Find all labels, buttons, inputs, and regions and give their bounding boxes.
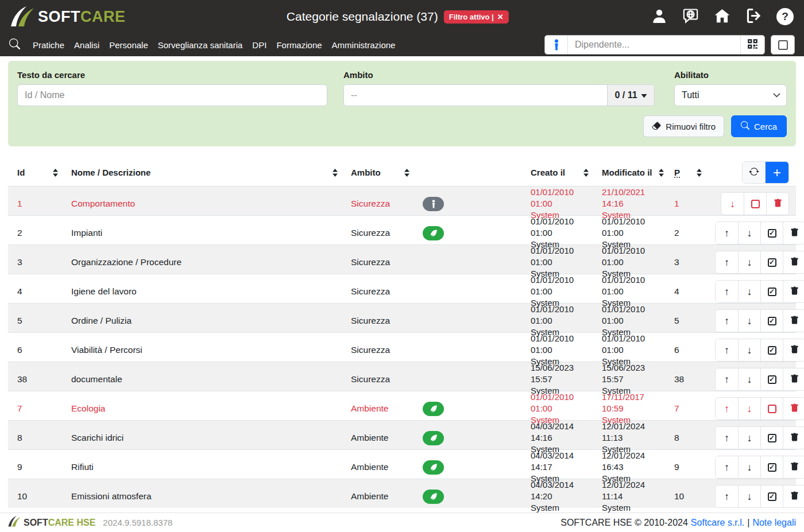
delete-button[interactable] — [783, 456, 804, 478]
add-category-button[interactable]: + — [766, 162, 788, 183]
help-button[interactable]: ? — [776, 8, 794, 25]
sort-id-button[interactable] — [52, 168, 59, 177]
abilitato-select[interactable]: Tutti — [674, 84, 787, 106]
row-ambito: Sicurezza — [342, 316, 413, 326]
remove-filter-button[interactable]: Rimuovi filtro — [643, 115, 724, 137]
row-name: Impianti — [62, 228, 342, 238]
sort-modified-button[interactable] — [658, 168, 664, 177]
environment-leaf-badge — [423, 402, 444, 416]
move-down-button[interactable]: ↓ — [738, 486, 760, 507]
arrow-down-icon: ↓ — [747, 257, 752, 267]
row-ambito: Ambiente — [342, 433, 413, 443]
caret-down-icon — [641, 90, 647, 100]
toggle-enabled-button[interactable]: ✓ — [760, 486, 783, 507]
sort-name-button[interactable] — [332, 168, 338, 177]
move-down-button[interactable]: ↓ — [738, 398, 760, 420]
logout-button[interactable] — [745, 7, 763, 26]
text-search-input[interactable] — [17, 84, 327, 106]
ambito-label: Ambito — [343, 70, 655, 80]
legal-link[interactable]: Note legali — [752, 518, 796, 528]
ambito-input[interactable] — [344, 85, 607, 106]
toggle-enabled-button[interactable]: ✓ — [760, 222, 783, 244]
delete-button[interactable] — [783, 281, 804, 302]
toggle-enabled-button[interactable]: ✓ — [760, 368, 783, 390]
user-button[interactable] — [651, 7, 668, 26]
ambito-count-dropdown-button[interactable]: 0 / 11 — [607, 85, 654, 106]
nav-item-formazione[interactable]: Formazione — [272, 40, 326, 50]
delete-button[interactable] — [783, 486, 804, 507]
move-down-button[interactable]: ↓ — [738, 339, 760, 361]
global-search-button[interactable] — [9, 38, 20, 51]
header-p: P — [665, 159, 706, 186]
move-up-button[interactable]: ↑ — [716, 222, 738, 244]
toggle-enabled-button[interactable]: ✓ — [760, 310, 783, 332]
nav-item-amministrazione[interactable]: Amministrazione — [327, 40, 400, 50]
table-row: 38documentaleSicurezza15/06/2023 15:57Sy… — [8, 362, 796, 391]
environment-leaf-badge — [423, 226, 444, 240]
move-up-button[interactable]: ↑ — [716, 251, 738, 273]
nav-item-dpi[interactable]: DPI — [248, 40, 271, 50]
company-link[interactable]: Softcare s.r.l. — [691, 518, 744, 528]
nav-item-sorveglianza-sanitaria[interactable]: Sorveglianza sanitaria — [153, 40, 248, 50]
row-name: Viabilità / Percorsi — [62, 345, 342, 355]
toggle-enabled-button[interactable]: ✓ — [760, 281, 783, 302]
move-down-button[interactable]: ↓ — [738, 456, 760, 478]
move-up-button[interactable]: ↑ — [716, 398, 738, 420]
safety-person-badge — [423, 197, 444, 211]
footer: SOFTCARE HSE 2024.9.5918.8378 SOFTCARE H… — [0, 512, 804, 532]
sort-ambito-button[interactable] — [404, 168, 410, 177]
qr-code-button[interactable] — [740, 36, 764, 54]
delete-button[interactable] — [783, 310, 804, 332]
home-button[interactable] — [713, 7, 731, 26]
toggle-enabled-button[interactable]: ✓ — [760, 251, 783, 273]
move-up-button[interactable]: ↑ — [716, 310, 738, 332]
employee-search-input[interactable] — [568, 36, 740, 54]
delete-button[interactable] — [783, 251, 804, 273]
sort-p-button[interactable] — [696, 168, 702, 177]
move-down-button[interactable]: ↓ — [738, 222, 760, 244]
row-actions: ↑↓✓ — [706, 222, 804, 244]
app-logo[interactable]: SOFTCARE — [10, 6, 126, 27]
nav-item-pratiche[interactable]: Pratiche — [28, 40, 69, 50]
toggle-enabled-button[interactable]: ✓ — [760, 339, 783, 361]
row-id: 6 — [8, 345, 62, 355]
move-down-button[interactable]: ↓ — [738, 368, 760, 390]
row-name: Organizzazione / Procedure — [62, 257, 342, 267]
nav-item-analisi[interactable]: Analisi — [69, 40, 104, 50]
delete-button[interactable] — [783, 339, 804, 361]
language-button[interactable] — [682, 7, 699, 26]
row-p: 4 — [665, 286, 706, 297]
move-down-button[interactable]: ↓ — [738, 251, 760, 273]
sort-created-button[interactable] — [583, 168, 589, 177]
delete-button[interactable] — [783, 427, 804, 449]
move-down-button[interactable]: ↓ — [738, 427, 760, 449]
delete-button[interactable] — [783, 222, 804, 244]
delete-button[interactable] — [783, 368, 804, 390]
move-down-button[interactable]: ↓ — [721, 193, 744, 215]
search-button[interactable]: Cerca — [731, 115, 787, 137]
move-down-button[interactable]: ↓ — [738, 310, 760, 332]
move-up-button[interactable]: ↑ — [716, 456, 738, 478]
refresh-button[interactable] — [743, 162, 766, 183]
move-up-button[interactable]: ↑ — [716, 281, 738, 302]
toggle-enabled-button[interactable] — [760, 398, 783, 420]
row-badge-cell — [413, 402, 521, 416]
toggle-enabled-button[interactable]: ✓ — [760, 427, 783, 449]
table-row: 9RifiutiAmbiente04/03/2014 14:17System12… — [8, 449, 796, 479]
remove-filter-badge-close-icon[interactable]: ✕ — [497, 13, 504, 21]
nav-item-personale[interactable]: Personale — [105, 40, 153, 50]
checkbox-checked-icon: ✓ — [768, 375, 776, 384]
row-name: Scarichi idrici — [62, 433, 342, 443]
row-ambito: Ambiente — [342, 462, 413, 472]
toggle-enabled-button[interactable] — [744, 193, 766, 215]
move-up-button[interactable]: ↑ — [716, 368, 738, 390]
delete-button[interactable] — [783, 398, 804, 420]
move-up-button[interactable]: ↑ — [716, 339, 738, 361]
arrow-up-icon: ↑ — [724, 403, 729, 414]
delete-button[interactable] — [766, 193, 788, 215]
move-down-button[interactable]: ↓ — [738, 281, 760, 302]
toggle-enabled-button[interactable]: ✓ — [760, 456, 783, 478]
kiosk-mode-button[interactable] — [771, 35, 795, 55]
move-up-button[interactable]: ↑ — [716, 427, 738, 449]
move-up-button[interactable]: ↑ — [716, 486, 738, 507]
